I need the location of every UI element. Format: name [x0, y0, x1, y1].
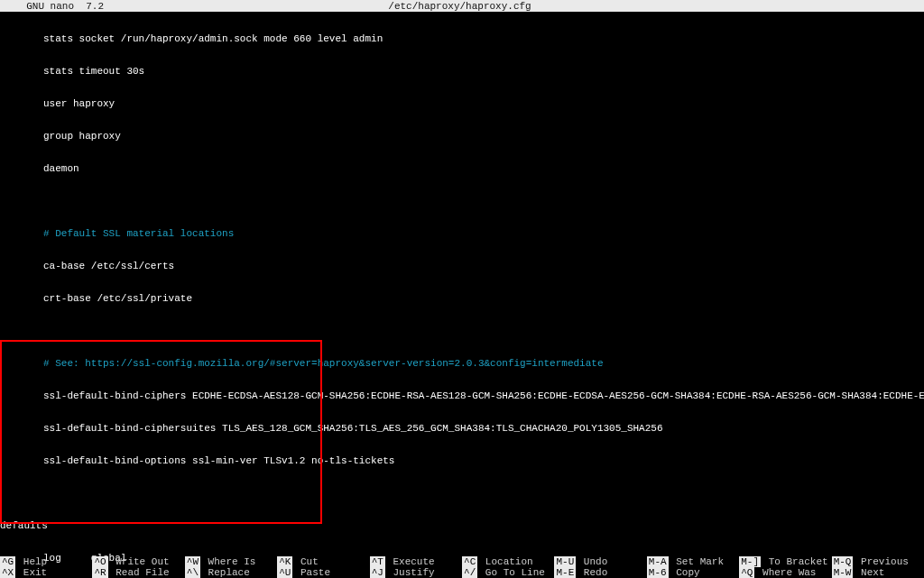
- shortcut-label: Where Was: [756, 567, 816, 578]
- shortcut-item[interactable]: ^W Where Is: [185, 556, 277, 567]
- shortcut-item[interactable]: M-U Undo: [554, 556, 646, 567]
- shortcut-key: ^K: [277, 556, 292, 567]
- shortcut-item[interactable]: ^G Help: [0, 556, 92, 567]
- shortcut-key: ^X: [0, 567, 15, 578]
- blank-line: [0, 488, 924, 499]
- shortcut-key: ^C: [462, 556, 477, 567]
- config-section: defaults: [0, 520, 924, 531]
- shortcut-item[interactable]: ^R Read File: [92, 567, 184, 578]
- shortcut-key: ^W: [185, 556, 200, 567]
- shortcut-label: To Bracket: [762, 556, 828, 567]
- shortcut-item[interactable]: ^O Write Out: [92, 556, 184, 567]
- shortcut-item[interactable]: ^J Justify: [370, 567, 462, 578]
- shortcut-key: ^J: [370, 567, 385, 578]
- shortcut-key: M-Q: [832, 556, 854, 567]
- nano-shortcut-bar: ^G Help^O Write Out^W Where Is^K Cut^T E…: [0, 556, 924, 578]
- shortcut-item[interactable]: M-Q Previous: [832, 556, 924, 567]
- config-line: ssl-default-bind-ciphersuites TLS_AES_12…: [0, 423, 924, 434]
- shortcut-key: M-U: [554, 556, 576, 567]
- shortcut-item[interactable]: ^X Exit: [0, 567, 92, 578]
- nano-file-path: /etc/haproxy/haproxy.cfg: [388, 1, 531, 12]
- shortcut-key: ^G: [0, 556, 15, 567]
- config-line: crt-base /etc/ssl/private: [0, 293, 924, 304]
- shortcut-label: Undo: [578, 556, 607, 567]
- shortcut-key: M-W: [832, 567, 854, 578]
- shortcut-item[interactable]: M-A Set Mark: [647, 556, 739, 567]
- shortcut-label: Go To Line: [479, 567, 545, 578]
- shortcut-label: Where Is: [202, 556, 255, 567]
- shortcut-key: ^R: [92, 567, 107, 578]
- shortcut-label: Copy: [670, 567, 700, 578]
- config-line: group haproxy: [0, 131, 924, 142]
- nano-titlebar: GNU nano 7.2 /etc/haproxy/haproxy.cfg: [0, 0, 924, 12]
- shortcut-label: Cut: [294, 556, 318, 567]
- shortcut-label: Help: [17, 556, 47, 567]
- shortcut-item[interactable]: ^/ Go To Line: [462, 567, 554, 578]
- shortcut-item[interactable]: M-6 Copy: [647, 567, 739, 578]
- shortcut-label: Next: [855, 567, 884, 578]
- shortcut-key: M-6: [647, 567, 669, 578]
- config-line: stats timeout 30s: [0, 66, 924, 77]
- shortcut-label: Redo: [578, 567, 607, 578]
- config-line: ca-base /etc/ssl/certs: [0, 261, 924, 271]
- shortcut-label: Execute: [387, 556, 435, 567]
- shortcut-label: Exit: [17, 567, 47, 578]
- shortcut-label: Set Mark: [670, 556, 724, 567]
- shortcut-label: Previous: [855, 556, 908, 567]
- shortcut-key: M-]: [739, 556, 761, 567]
- shortcut-key: M-A: [647, 556, 669, 567]
- shortcut-label: Read File: [110, 567, 170, 578]
- shortcut-item[interactable]: ^\ Replace: [185, 567, 277, 578]
- config-line: ssl-default-bind-ciphers ECDHE-ECDSA-AES…: [0, 390, 924, 401]
- shortcut-item[interactable]: ^T Execute: [370, 556, 462, 567]
- shortcut-item[interactable]: M-W Next: [832, 567, 924, 578]
- config-line: daemon: [0, 163, 924, 174]
- config-line: stats socket /run/haproxy/admin.sock mod…: [0, 33, 924, 44]
- shortcut-item[interactable]: ^U Paste: [277, 567, 369, 578]
- shortcut-label: Location: [479, 556, 532, 567]
- shortcut-key: ^\: [185, 567, 200, 578]
- shortcut-label: Paste: [294, 567, 330, 578]
- nano-app-name: GNU nano 7.2: [0, 1, 104, 12]
- shortcut-item[interactable]: ^C Location: [462, 556, 554, 567]
- config-line: ssl-default-bind-options ssl-min-ver TLS…: [0, 455, 924, 466]
- shortcut-label: Replace: [202, 567, 250, 578]
- shortcut-key: ^Q: [739, 567, 754, 578]
- shortcut-key: M-E: [554, 567, 576, 578]
- shortcut-label: Justify: [387, 567, 435, 578]
- shortcut-key: ^/: [462, 567, 477, 578]
- shortcut-item[interactable]: M-] To Bracket: [739, 556, 831, 567]
- shortcut-label: Write Out: [110, 556, 170, 567]
- shortcut-item[interactable]: ^Q Where Was: [739, 567, 831, 578]
- config-comment: # See: https://ssl-config.mozilla.org/#s…: [0, 358, 924, 369]
- shortcut-item[interactable]: ^K Cut: [277, 556, 369, 567]
- shortcut-key: ^T: [370, 556, 385, 567]
- shortcut-key: ^O: [92, 556, 107, 567]
- editor-area[interactable]: stats socket /run/haproxy/admin.sock mod…: [0, 12, 924, 578]
- blank-line: [0, 196, 924, 206]
- config-line: user haproxy: [0, 98, 924, 109]
- blank-line: [0, 326, 924, 336]
- config-comment: # Default SSL material locations: [0, 228, 924, 239]
- shortcut-item[interactable]: M-E Redo: [554, 567, 646, 578]
- shortcut-key: ^U: [277, 567, 292, 578]
